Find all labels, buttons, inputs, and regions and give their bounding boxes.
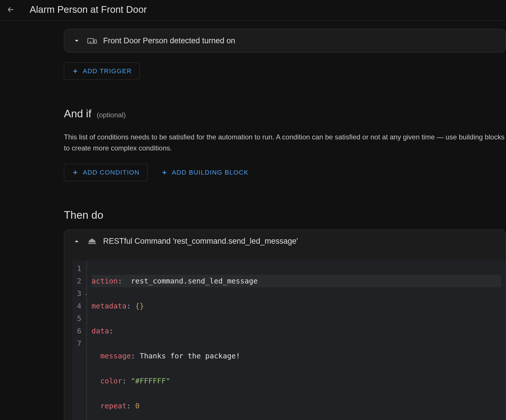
trigger-card-title: Front Door Person detected turned on <box>103 36 235 45</box>
line-number: 5 <box>77 312 84 325</box>
plus-icon <box>72 169 79 176</box>
add-condition-button[interactable]: Add Condition <box>64 164 148 181</box>
add-building-block-label: Add Building Block <box>172 169 249 176</box>
svg-rect-1 <box>94 40 97 43</box>
action-card-title: RESTful Command 'rest_command.send_led_m… <box>103 237 298 246</box>
trigger-buttons: Add Trigger <box>64 62 506 80</box>
conditions-description: This list of conditions needs to be sati… <box>64 132 506 154</box>
conditions-title-text: And if <box>64 108 91 120</box>
svg-point-2 <box>90 42 91 42</box>
add-trigger-button[interactable]: Add Trigger <box>64 62 140 80</box>
plus-icon <box>161 169 168 176</box>
action-card-header[interactable]: RESTful Command 'rest_command.send_led_m… <box>64 230 506 251</box>
actions-section-title: Then do <box>64 209 506 221</box>
plus-icon <box>72 68 79 75</box>
page-title: Alarm Person at Front Door <box>30 4 147 15</box>
room-service-icon <box>87 236 97 247</box>
conditions-section-title: And if (optional) <box>64 108 506 120</box>
condition-buttons: Add Condition Add Building Block <box>64 164 506 181</box>
add-trigger-label: Add Trigger <box>83 67 132 75</box>
chevron-up-icon[interactable] <box>72 237 81 246</box>
trigger-card[interactable]: Front Door Person detected turned on <box>64 29 506 53</box>
devices-icon <box>87 35 97 46</box>
line-number: 6 <box>77 325 84 337</box>
action-card: RESTful Command 'rest_command.send_led_m… <box>64 229 506 420</box>
back-arrow-icon[interactable] <box>6 5 16 15</box>
line-number: 3⌄ <box>77 287 84 300</box>
fold-arrow-icon[interactable]: ⌄ <box>85 287 87 300</box>
chevron-down-icon[interactable] <box>72 36 81 45</box>
line-number: 1 <box>77 262 84 275</box>
line-number: 2 <box>77 275 84 287</box>
content-area: Front Door Person detected turned on Add… <box>0 29 506 420</box>
add-condition-label: Add Condition <box>83 169 140 176</box>
editor-gutter: 1 2 3⌄ 4 5 6 7 <box>72 261 87 420</box>
app-header: Alarm Person at Front Door <box>0 0 506 21</box>
editor-content[interactable]: action: rest_command.send_led_message me… <box>87 261 506 420</box>
line-number: 4 <box>77 300 84 312</box>
add-building-block-button[interactable]: Add Building Block <box>153 164 256 181</box>
conditions-subtitle: (optional) <box>97 111 126 119</box>
yaml-editor[interactable]: 1 2 3⌄ 4 5 6 7 action: rest_command.send… <box>72 261 506 420</box>
line-number: 7 <box>77 337 84 350</box>
